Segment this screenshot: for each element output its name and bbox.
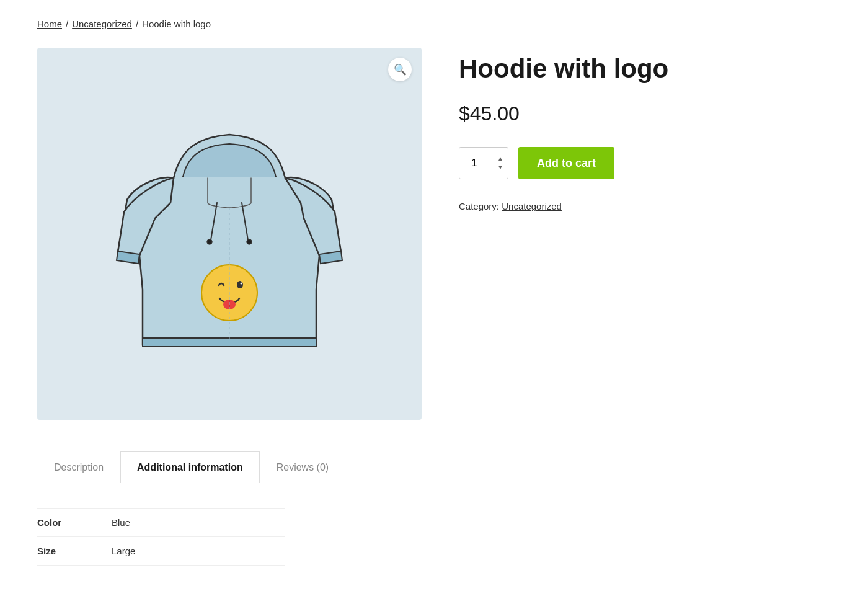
size-value: Large xyxy=(112,537,285,566)
svg-point-2 xyxy=(207,239,212,244)
quantity-input[interactable] xyxy=(459,148,494,179)
breadcrumb-category[interactable]: Uncategorized xyxy=(72,19,132,29)
product-image-container: 🔍 xyxy=(37,48,422,420)
add-to-cart-button[interactable]: Add to cart xyxy=(518,147,614,179)
category-link[interactable]: Uncategorized xyxy=(502,201,562,211)
product-info: Hoodie with logo $45.00 ▲ ▼ Add to cart … xyxy=(459,48,831,420)
zoom-icon: 🔍 xyxy=(394,63,407,76)
tab-additional-info[interactable]: Additional information xyxy=(120,451,260,483)
product-image xyxy=(112,104,347,364)
breadcrumb-home[interactable]: Home xyxy=(37,19,62,29)
additional-info-table: Color Blue Size Large xyxy=(37,508,285,566)
size-label: Size xyxy=(37,537,112,566)
table-row-size: Size Large xyxy=(37,537,285,566)
zoom-button[interactable]: 🔍 xyxy=(388,58,412,81)
color-value: Blue xyxy=(112,509,285,537)
breadcrumb: Home / Uncategorized / Hoodie with logo xyxy=(37,19,831,29)
category-label: Category: xyxy=(459,201,499,211)
breadcrumb-sep1: / xyxy=(66,19,68,29)
svg-point-3 xyxy=(247,239,252,244)
svg-point-5 xyxy=(237,281,243,288)
quantity-up-button[interactable]: ▲ xyxy=(495,155,505,162)
tabs-nav: Description Additional information Revie… xyxy=(37,451,831,483)
product-price: $45.00 xyxy=(459,102,831,125)
tab-description[interactable]: Description xyxy=(37,451,120,483)
product-layout: 🔍 xyxy=(37,48,831,420)
quantity-wrapper: ▲ ▼ xyxy=(459,147,508,179)
table-row-color: Color Blue xyxy=(37,509,285,537)
tab-reviews[interactable]: Reviews (0) xyxy=(260,451,345,483)
breadcrumb-current: Hoodie with logo xyxy=(142,19,211,29)
tabs-section: Description Additional information Revie… xyxy=(37,451,831,590)
color-label: Color xyxy=(37,509,112,537)
svg-point-6 xyxy=(241,283,242,285)
add-to-cart-row: ▲ ▼ Add to cart xyxy=(459,147,831,179)
quantity-down-button[interactable]: ▼ xyxy=(495,164,505,171)
breadcrumb-sep2: / xyxy=(136,19,138,29)
product-title: Hoodie with logo xyxy=(459,54,831,84)
quantity-arrows: ▲ ▼ xyxy=(494,148,507,179)
tab-content-additional-info: Color Blue Size Large xyxy=(37,483,831,590)
product-category: Category: Uncategorized xyxy=(459,201,831,211)
